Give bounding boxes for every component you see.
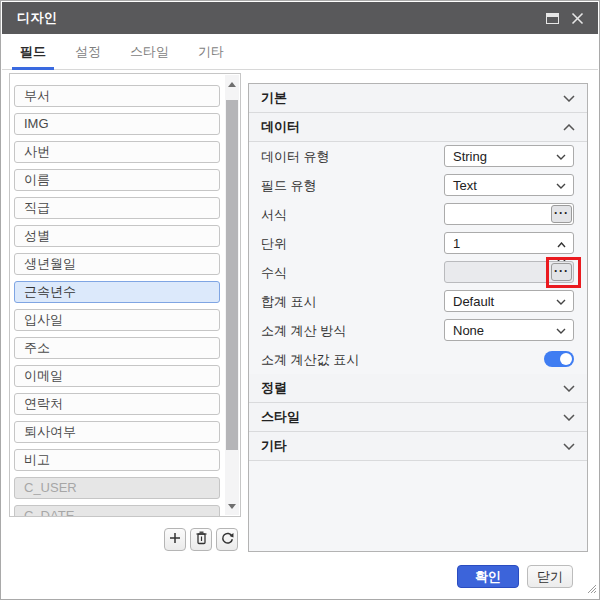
- subtotal-method-select[interactable]: None: [444, 319, 574, 341]
- format-input[interactable]: [444, 203, 574, 225]
- footer: 확인 닫기: [457, 565, 573, 588]
- field-type-select[interactable]: Text: [444, 174, 574, 196]
- format-ellipsis-button[interactable]: [551, 205, 572, 223]
- properties-panel: 기본 데이터 데이터 유형 String 필드 유형 Text: [248, 83, 588, 552]
- title-bar: 디자인: [2, 2, 598, 34]
- tab-settings[interactable]: 설정: [67, 34, 109, 69]
- list-item[interactable]: 생년월일: [14, 253, 220, 275]
- scrollbar-thumb[interactable]: [226, 100, 238, 450]
- design-dialog: 디자인 필드 설정 스타일 기타 부서 IMG 사번 이름 직급 성별 생년월일…: [0, 0, 600, 600]
- row-formula: 수식: [249, 258, 587, 287]
- total-display-select[interactable]: Default: [444, 290, 574, 312]
- list-item[interactable]: 주소: [14, 337, 220, 359]
- list-item[interactable]: 직급: [14, 197, 220, 219]
- list-item[interactable]: 비고: [14, 449, 220, 471]
- row-format: 서식: [249, 200, 587, 229]
- section-etc[interactable]: 기타: [249, 432, 587, 461]
- list-item[interactable]: 입사일: [14, 309, 220, 331]
- row-data-type: 데이터 유형 String: [249, 142, 587, 171]
- list-item-selected[interactable]: 근속년수: [14, 281, 220, 303]
- highlight-annotation: [546, 257, 581, 288]
- list-item[interactable]: 이름: [14, 169, 220, 191]
- refresh-icon: [221, 532, 234, 548]
- data-section-rows: 데이터 유형 String 필드 유형 Text 서식: [249, 142, 587, 374]
- list-item[interactable]: 연락처: [14, 393, 220, 415]
- list-item[interactable]: 사번: [14, 141, 220, 163]
- scroll-down-icon[interactable]: [225, 499, 239, 513]
- row-total-display: 합계 표시 Default: [249, 287, 587, 316]
- list-item[interactable]: 성별: [14, 225, 220, 247]
- chevron-up-icon: [563, 124, 575, 131]
- tab-etc[interactable]: 기타: [190, 34, 232, 69]
- list-item[interactable]: 이메일: [14, 365, 220, 387]
- delete-field-button[interactable]: [190, 528, 212, 551]
- scroll-up-icon[interactable]: [225, 77, 239, 91]
- resize-grip-icon[interactable]: [588, 581, 596, 596]
- section-basic[interactable]: 기본: [249, 84, 587, 113]
- chevron-down-icon: [563, 95, 575, 102]
- dialog-title: 디자인: [2, 9, 58, 27]
- field-list: 부서 IMG 사번 이름 직급 성별 생년월일 근속년수 입사일 주소 이메일 …: [9, 73, 241, 517]
- list-item[interactable]: IMG: [14, 113, 220, 135]
- chevron-down-icon: [563, 443, 575, 450]
- maximize-icon[interactable]: [546, 13, 559, 24]
- row-subtotal-value-display: 소계 계산값 표시: [249, 345, 587, 374]
- list-item[interactable]: 퇴사여부: [14, 421, 220, 443]
- close-icon[interactable]: [571, 12, 584, 25]
- field-list-items: 부서 IMG 사번 이름 직급 성별 생년월일 근속년수 입사일 주소 이메일 …: [14, 85, 220, 517]
- section-sort[interactable]: 정렬: [249, 374, 587, 403]
- window-controls: [546, 12, 598, 25]
- chevron-down-icon: [556, 299, 566, 305]
- trash-icon: [195, 531, 208, 548]
- list-item-disabled: C_USER: [14, 477, 220, 499]
- row-unit: 단위 1: [249, 229, 587, 258]
- unit-spinner[interactable]: 1: [444, 232, 574, 254]
- tab-style[interactable]: 스타일: [122, 34, 177, 69]
- chevron-down-icon: [563, 414, 575, 421]
- row-subtotal-method: 소계 계산 방식 None: [249, 316, 587, 345]
- chevron-down-icon: [556, 183, 566, 189]
- list-item[interactable]: 부서: [14, 85, 220, 107]
- tab-fields[interactable]: 필드: [12, 34, 54, 69]
- list-scrollbar[interactable]: [225, 75, 239, 515]
- section-data[interactable]: 데이터: [249, 113, 587, 142]
- row-field-type: 필드 유형 Text: [249, 171, 587, 200]
- chevron-down-icon: [556, 154, 566, 160]
- add-field-button[interactable]: [164, 528, 186, 551]
- chevron-down-icon: [563, 385, 575, 392]
- plus-icon: [169, 532, 181, 547]
- close-button[interactable]: 닫기: [527, 565, 573, 588]
- subtotal-value-toggle[interactable]: [544, 351, 574, 367]
- confirm-button[interactable]: 확인: [457, 565, 519, 588]
- tab-bar: 필드 설정 스타일 기타: [2, 34, 598, 70]
- section-style[interactable]: 스타일: [249, 403, 587, 432]
- field-list-actions: [164, 528, 238, 551]
- refresh-field-button[interactable]: [216, 528, 238, 551]
- data-type-select[interactable]: String: [444, 145, 574, 167]
- spinner-up-icon[interactable]: [557, 236, 566, 251]
- chevron-down-icon: [556, 328, 566, 334]
- list-item-disabled: C_DATE: [14, 505, 220, 517]
